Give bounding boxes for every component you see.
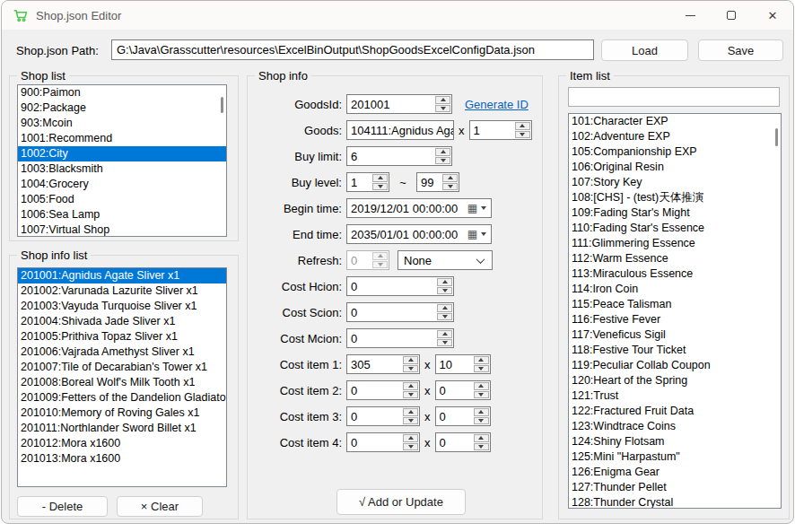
spin-down-icon[interactable] [403, 443, 418, 451]
begin-time-input[interactable] [351, 202, 467, 215]
shop-info-list-box[interactable]: 201001:Agnidus Agate Sliver x1201002:Var… [17, 267, 227, 487]
list-item[interactable]: 201010:Memory of Roving Gales x1 [18, 406, 226, 421]
list-item[interactable]: 903:Mcoin [18, 116, 226, 131]
goods-count-spinner[interactable] [469, 120, 532, 140]
spin-up-icon[interactable] [442, 174, 458, 182]
cost-item-3-id-spinner[interactable] [346, 406, 420, 426]
cost-item-3-count-spinner[interactable] [435, 406, 491, 426]
spin-down-icon[interactable] [474, 417, 489, 425]
spin-up-icon[interactable] [403, 408, 418, 416]
cost-item-1-count-spinner[interactable] [435, 354, 491, 374]
list-item[interactable]: 113:Miraculous Essence [569, 266, 781, 282]
cost-item-1-count-input[interactable] [436, 355, 473, 373]
spin-down-icon[interactable] [435, 105, 450, 113]
list-item[interactable]: 122:Fractured Fruit Data [569, 404, 781, 419]
list-item[interactable]: 114:Iron Coin [569, 282, 781, 297]
list-item[interactable]: 201004:Shivada Jade Sliver x1 [18, 314, 226, 329]
dropdown-arrow-icon[interactable] [481, 206, 486, 210]
spin-down-icon[interactable] [437, 339, 452, 347]
list-item[interactable]: 201009:Fetters of the Dandelion Gladiato [18, 390, 226, 406]
list-item[interactable]: 1001:Recommend [18, 131, 226, 146]
list-item[interactable]: 1003:Blacksmith [18, 161, 226, 177]
list-item[interactable]: 126:Enigma Gear [569, 465, 781, 480]
begin-time-picker[interactable]: ▦ [346, 198, 492, 218]
path-input[interactable] [111, 39, 594, 60]
list-item[interactable]: 123:Windtrace Coins [569, 419, 781, 434]
list-item[interactable]: 109:Fading Star's Might [569, 205, 781, 221]
spin-up-icon[interactable] [403, 434, 418, 442]
save-button[interactable]: Save [698, 39, 783, 61]
cost-item-1-id-input[interactable] [347, 355, 402, 373]
list-item[interactable]: 128:Thunder Crystal [569, 495, 781, 509]
spin-down-icon[interactable] [403, 417, 418, 425]
buy-limit-input[interactable] [347, 147, 434, 165]
spin-up-icon[interactable] [435, 96, 450, 104]
list-item[interactable]: 124:Shiny Flotsam [569, 434, 781, 449]
refresh-mode-dropdown[interactable]: None [398, 250, 493, 270]
spin-down-icon[interactable] [403, 365, 418, 373]
spin-up-icon[interactable] [474, 408, 489, 416]
spin-down-icon[interactable] [403, 391, 418, 399]
cost-mcion-input[interactable] [347, 329, 436, 347]
cost-hcion-spinner[interactable] [346, 276, 454, 296]
delete-button[interactable]: - Delete [17, 496, 108, 517]
list-item[interactable]: 105:Companionship EXP [569, 144, 781, 160]
buy-limit-spinner[interactable] [346, 146, 452, 166]
cost-item-4-id-spinner[interactable] [346, 432, 420, 452]
cost-scion-spinner[interactable] [346, 302, 454, 322]
minimize-button[interactable] [669, 1, 711, 30]
shop-list-box[interactable]: 900:Paimon902:Package903:Mcoin1001:Recom… [17, 84, 227, 237]
scrollbar-thumb[interactable] [221, 97, 223, 113]
list-item[interactable]: 201001:Agnidus Agate Sliver x1 [18, 268, 226, 283]
cost-item-2-count-input[interactable] [436, 381, 473, 399]
cost-item-4-count-spinner[interactable] [435, 432, 491, 452]
goods-count-input[interactable] [470, 121, 514, 139]
spin-down-icon[interactable] [474, 365, 489, 373]
list-item[interactable]: 118:Festive Tour Ticket [569, 343, 781, 358]
list-item[interactable]: 1005:Food [18, 192, 226, 207]
spin-down-icon[interactable] [437, 287, 452, 295]
list-item[interactable]: 102:Adventure EXP [569, 129, 781, 144]
spin-up-icon[interactable] [474, 356, 489, 364]
cost-item-4-count-input[interactable] [436, 433, 473, 451]
spin-down-icon[interactable] [435, 157, 450, 165]
list-item[interactable]: 111:Glimmering Essence [569, 236, 781, 251]
cost-item-2-count-spinner[interactable] [435, 380, 491, 400]
list-item[interactable]: 201002:Varunada Lazurite Sliver x1 [18, 283, 226, 299]
spin-up-icon[interactable] [372, 174, 388, 182]
list-item[interactable]: 115:Peace Talisman [569, 297, 781, 312]
list-item[interactable]: 101:Character EXP [569, 114, 781, 129]
item-search-input[interactable] [568, 87, 780, 107]
spin-up-icon[interactable] [437, 330, 452, 338]
close-button[interactable]: ✕ [752, 1, 793, 30]
spin-up-icon[interactable] [403, 382, 418, 390]
cost-item-3-count-input[interactable] [436, 407, 473, 425]
cost-hcion-input[interactable] [347, 277, 436, 295]
goods-input[interactable] [347, 121, 453, 139]
list-item[interactable]: 110:Fading Star's Essence [569, 221, 781, 236]
list-item[interactable]: 1004:Grocery [18, 177, 226, 192]
cost-item-2-id-spinner[interactable] [346, 380, 420, 400]
list-item[interactable]: 108:[CHS] - (test)天体推演 [569, 190, 781, 205]
spin-down-icon[interactable] [474, 443, 489, 451]
scrollbar-thumb[interactable] [775, 128, 778, 146]
list-item[interactable]: 107:Story Key [569, 175, 781, 190]
list-item[interactable]: 125:Mini "Harpastum" [569, 449, 781, 465]
list-item[interactable]: 1006:Sea Lamp [18, 207, 226, 222]
list-item[interactable]: 900:Paimon [18, 85, 226, 100]
load-button[interactable]: Load [601, 39, 688, 61]
spin-down-icon[interactable] [437, 313, 452, 321]
list-item[interactable]: 902:Package [18, 100, 226, 116]
goods-field[interactable] [346, 120, 454, 140]
dropdown-arrow-icon[interactable] [481, 232, 486, 236]
list-item[interactable]: 112:Warm Essence [569, 251, 781, 266]
spin-down-icon[interactable] [515, 131, 530, 139]
buy-level-max-spinner[interactable] [416, 172, 459, 192]
buy-level-max-input[interactable] [417, 173, 441, 191]
spin-down-icon[interactable] [474, 391, 489, 399]
spin-down-icon[interactable] [372, 183, 388, 191]
list-item[interactable]: 116:Festive Fever [569, 312, 781, 327]
end-time-picker[interactable]: ▦ [346, 224, 492, 244]
cost-item-4-id-input[interactable] [347, 433, 402, 451]
maximize-button[interactable] [711, 1, 752, 30]
